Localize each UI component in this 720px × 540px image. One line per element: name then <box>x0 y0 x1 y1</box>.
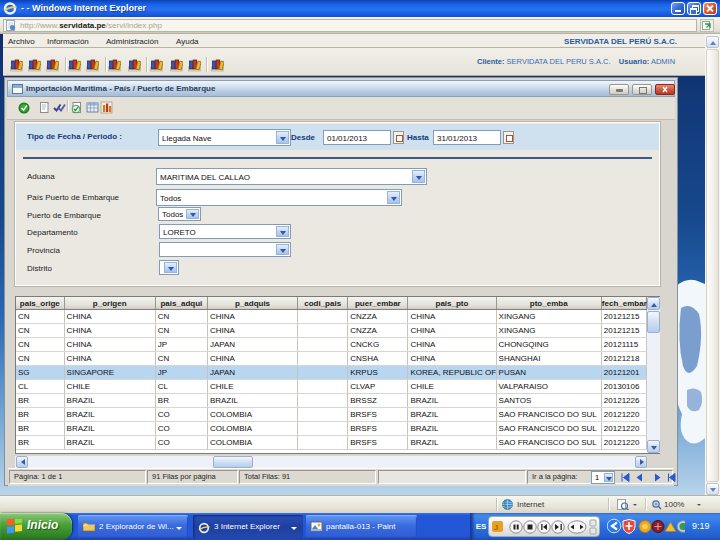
svg-text:J: J <box>494 523 498 532</box>
